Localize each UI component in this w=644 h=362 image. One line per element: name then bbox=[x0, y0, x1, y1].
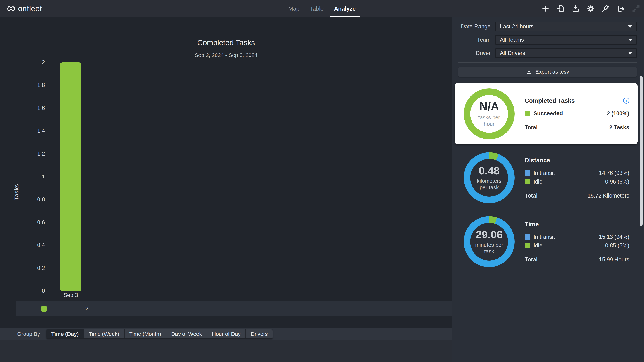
y-tick: 2 bbox=[7, 59, 45, 66]
driver-label: Driver bbox=[458, 50, 490, 56]
expand-fullscreen-icon[interactable] bbox=[632, 5, 640, 13]
succeeded-swatch bbox=[525, 111, 530, 116]
tasks-per-hour-donut: N/A tasks per hour bbox=[464, 88, 515, 139]
group-by-label: Group By bbox=[17, 331, 40, 337]
driver-select[interactable]: All Drivers bbox=[495, 49, 637, 58]
idle-row: Idle 0.96 (6%) bbox=[525, 177, 629, 186]
y-tick: 0.8 bbox=[7, 196, 45, 203]
top-bar: ∞ onfleet Map Table Analyze bbox=[0, 0, 644, 17]
succeeded-row: Succeeded 2 (100%) bbox=[525, 109, 629, 118]
card-title: Completed Tasks bbox=[525, 97, 575, 104]
donut-center-value: 29.06 bbox=[476, 229, 502, 240]
team-label: Team bbox=[458, 37, 490, 43]
date-range-label: Date Range bbox=[458, 23, 490, 30]
tab-table[interactable]: Table bbox=[310, 0, 324, 17]
in-transit-swatch bbox=[525, 234, 530, 240]
y-tick: 0.2 bbox=[7, 265, 45, 271]
total-row: Total 15.99 Hours bbox=[525, 255, 629, 263]
export-csv-button[interactable]: Export as .csv bbox=[458, 67, 637, 77]
y-tick: 1.4 bbox=[7, 128, 45, 134]
chart-area: Completed Tasks Sep 2, 2024 - Sep 3, 202… bbox=[0, 17, 452, 328]
idle-swatch bbox=[525, 179, 530, 184]
add-icon[interactable] bbox=[541, 5, 550, 13]
chevron-down-icon bbox=[628, 52, 632, 54]
time-card: 29.06 minutes per task Time In transit 1… bbox=[455, 211, 638, 272]
date-range-select[interactable]: Last 24 hours bbox=[495, 22, 637, 31]
group-by-bar: Group By Time (Day)Time (Week)Time (Mont… bbox=[0, 328, 452, 339]
in-transit-row: In transit 14.76 (93%) bbox=[525, 169, 629, 177]
team-row: Team All Teams bbox=[458, 35, 637, 45]
in-transit-row: In transit 15.13 (94%) bbox=[525, 233, 629, 241]
onfleet-logo[interactable]: ∞ onfleet bbox=[7, 0, 42, 17]
download-icon[interactable] bbox=[572, 5, 580, 13]
tab-groupby-drivers[interactable]: Drivers bbox=[246, 329, 272, 338]
settings-gear-icon[interactable] bbox=[586, 5, 595, 13]
chevron-down-icon bbox=[628, 26, 632, 28]
y-tick: 1.6 bbox=[7, 105, 45, 111]
tab-groupby-day-of-week[interactable]: Day of Week bbox=[166, 329, 207, 338]
series-total-value: 2 bbox=[69, 305, 105, 312]
total-row: Total 15.72 Kilometers bbox=[525, 191, 629, 199]
y-tick: 1.2 bbox=[7, 150, 45, 157]
in-transit-value: 15.13 (94%) bbox=[599, 234, 629, 240]
info-icon[interactable]: i bbox=[623, 98, 629, 104]
tab-analyze[interactable]: Analyze bbox=[334, 0, 356, 17]
minutes-per-task-donut: 29.06 minutes per task bbox=[464, 216, 515, 267]
idle-swatch bbox=[525, 243, 530, 248]
donut-center-value: N/A bbox=[479, 101, 499, 113]
y-tick: 0.4 bbox=[7, 242, 45, 248]
toolbar-icons bbox=[541, 0, 640, 17]
x-category-label: Sep 3 bbox=[51, 292, 90, 298]
infinity-logo-icon: ∞ bbox=[7, 2, 15, 14]
donut-center-label: kilometers per task bbox=[474, 178, 504, 191]
import-tasks-icon[interactable] bbox=[556, 5, 565, 13]
in-transit-value: 14.76 (93%) bbox=[599, 170, 629, 176]
brand-name: onfleet bbox=[18, 4, 42, 13]
chart-bottom-summary-row: 2 bbox=[16, 301, 452, 316]
idle-value: 0.85 (5%) bbox=[605, 242, 629, 249]
group-by-segmented-control: Time (Day)Time (Week)Time (Month)Day of … bbox=[46, 329, 273, 339]
donut-center-label: minutes per task bbox=[474, 242, 504, 255]
donut-center-value: 0.48 bbox=[479, 165, 500, 176]
summary-cards: N/A tasks per hour Completed Tasks i Suc… bbox=[452, 77, 644, 272]
driver-row: Driver All Drivers bbox=[458, 49, 637, 58]
tab-groupby-time-day[interactable]: Time (Day) bbox=[46, 329, 84, 338]
sign-out-icon[interactable] bbox=[617, 5, 625, 13]
distance-card: 0.48 kilometers per task Distance In tra… bbox=[455, 147, 638, 208]
integrations-plug-icon[interactable] bbox=[602, 5, 610, 13]
series-swatch bbox=[41, 306, 47, 311]
total-row: Total 2 Tasks bbox=[525, 123, 629, 131]
chart-date-range-subtitle: Sep 2, 2024 - Sep 3, 2024 bbox=[0, 52, 452, 58]
y-tick: 0 bbox=[7, 288, 45, 294]
chevron-down-icon bbox=[628, 39, 632, 41]
y-axis-line bbox=[51, 59, 51, 319]
chart-title: Completed Tasks bbox=[0, 39, 452, 47]
y-tick: 0.6 bbox=[7, 219, 45, 226]
main-nav: Map Table Analyze bbox=[288, 0, 356, 17]
kilometers-per-task-donut: 0.48 kilometers per task bbox=[464, 152, 515, 203]
y-tick: 1.8 bbox=[7, 82, 45, 88]
in-transit-swatch bbox=[525, 170, 530, 176]
y-tick: 1 bbox=[7, 173, 45, 180]
tab-groupby-time-month[interactable]: Time (Month) bbox=[124, 329, 166, 338]
card-title: Distance bbox=[525, 157, 550, 164]
filters-section: Date Range Last 24 hours Team All Teams … bbox=[452, 17, 644, 58]
bar-sep-3[interactable] bbox=[60, 63, 81, 291]
panel-divider bbox=[458, 63, 637, 63]
idle-value: 0.96 (6%) bbox=[605, 178, 629, 185]
panel-scrollbar-thumb[interactable] bbox=[640, 76, 642, 226]
tab-map[interactable]: Map bbox=[288, 0, 300, 17]
analyze-side-panel: Date Range Last 24 hours Team All Teams … bbox=[452, 17, 644, 362]
tab-groupby-time-week[interactable]: Time (Week) bbox=[84, 329, 124, 338]
team-select[interactable]: All Teams bbox=[495, 35, 637, 45]
succeeded-value: 2 (100%) bbox=[607, 110, 629, 117]
date-range-row: Date Range Last 24 hours bbox=[458, 22, 637, 31]
completed-tasks-card: N/A tasks per hour Completed Tasks i Suc… bbox=[455, 83, 638, 144]
tab-groupby-hour-of-day[interactable]: Hour of Day bbox=[207, 329, 246, 338]
donut-center-label: tasks per hour bbox=[474, 114, 504, 127]
card-title: Time bbox=[525, 221, 539, 228]
idle-row: Idle 0.85 (5%) bbox=[525, 241, 629, 250]
